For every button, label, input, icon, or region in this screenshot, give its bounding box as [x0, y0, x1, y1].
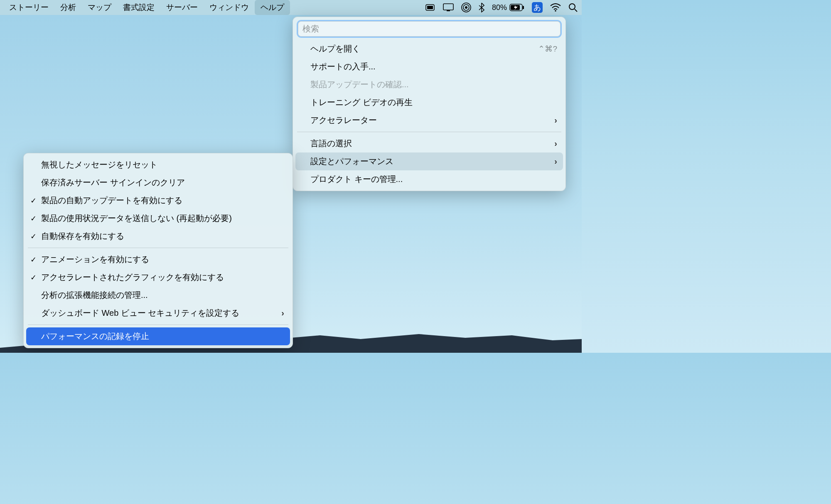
menu-item-label: 設定とパフォーマンス [310, 156, 393, 167]
battery-icon [509, 4, 524, 11]
menu-analysis[interactable]: 分析 [54, 0, 82, 15]
menu-help[interactable]: ヘルプ [255, 0, 290, 15]
menu-settings-performance[interactable]: 設定とパフォーマンス › [295, 152, 563, 170]
menu-training-videos[interactable]: トレーニング ビデオの再生 [295, 93, 563, 111]
chevron-right-icon: › [554, 116, 557, 125]
battery-percent-label: 80% [492, 3, 507, 12]
menu-format[interactable]: 書式設定 [117, 0, 160, 15]
menu-dashboard-webview-security[interactable]: ダッシュボード Web ビュー セキュリティを設定する › [26, 304, 290, 322]
chevron-right-icon: › [554, 139, 557, 148]
airdrop-icon[interactable] [461, 0, 471, 15]
svg-point-11 [569, 4, 575, 10]
menubar-app-menus: ストーリー 分析 マップ 書式設定 サーバー ウィンドウ ヘルプ [0, 0, 290, 15]
menu-reset-ignored-messages[interactable]: 無視したメッセージをリセット [26, 156, 290, 174]
menu-item-label: 分析の拡張機能接続の管理... [41, 290, 148, 301]
menu-stop-performance-recording[interactable]: パフォーマンスの記録を停止 [26, 327, 290, 345]
svg-point-10 [555, 10, 556, 12]
menu-item-label: 製品の使用状況データを送信しない (再起動が必要) [41, 213, 232, 224]
menu-item-label: アクセラレーター [310, 115, 377, 126]
svg-point-4 [465, 6, 467, 9]
menu-item-label: ダッシュボード Web ビュー セキュリティを設定する [41, 307, 239, 319]
menu-get-support[interactable]: サポートの入手... [295, 58, 563, 76]
menu-item-label: 製品の自動アップデートを有効にする [41, 195, 182, 206]
menu-item-label: 保存済みサーバー サインインのクリア [41, 177, 185, 188]
menu-item-label: トレーニング ビデオの再生 [310, 97, 413, 108]
checkmark-icon: ✓ [30, 255, 37, 264]
menu-accelerators[interactable]: アクセラレーター › [295, 111, 563, 129]
menu-item-label: アクセラレートされたグラフィックを有効にする [41, 272, 224, 283]
menu-story[interactable]: ストーリー [3, 0, 54, 15]
settings-performance-submenu: 無視したメッセージをリセット 保存済みサーバー サインインのクリア ✓ 製品の自… [23, 153, 293, 348]
checkmark-icon: ✓ [30, 232, 37, 241]
svg-rect-8 [523, 6, 524, 9]
wifi-icon[interactable] [550, 0, 561, 15]
menu-item-label: 無視したメッセージをリセット [41, 159, 157, 170]
menu-enable-autosave[interactable]: ✓ 自動保存を有効にする [26, 227, 290, 245]
menu-item-shortcut: ⌃⌘? [538, 44, 557, 54]
menubar: ストーリー 分析 マップ 書式設定 サーバー ウィンドウ ヘルプ 80% あ [0, 0, 582, 15]
menu-dont-send-usage[interactable]: ✓ 製品の使用状況データを送信しない (再起動が必要) [26, 209, 290, 227]
menu-open-help[interactable]: ヘルプを開く ⌃⌘? [295, 40, 563, 58]
menu-item-label: ヘルプを開く [310, 43, 360, 54]
bluetooth-icon[interactable] [479, 0, 484, 15]
checkmark-icon: ✓ [30, 273, 37, 282]
help-search-input[interactable] [298, 21, 561, 37]
menu-choose-language[interactable]: 言語の選択 › [295, 135, 563, 152]
menu-manage-analytics-extensions[interactable]: 分析の拡張機能接続の管理... [26, 286, 290, 304]
menu-divider [28, 248, 288, 248]
battery-menu-icon[interactable] [425, 0, 435, 15]
menu-window[interactable]: ウィンドウ [204, 0, 255, 15]
display-icon[interactable] [443, 0, 454, 15]
menu-clear-saved-signins[interactable]: 保存済みサーバー サインインのクリア [26, 174, 290, 192]
menu-map[interactable]: マップ [82, 0, 117, 15]
help-search-row [295, 20, 563, 40]
menu-enable-accelerated-graphics[interactable]: ✓ アクセラレートされたグラフィックを有効にする [26, 268, 290, 286]
menu-item-label: パフォーマンスの記録を停止 [41, 331, 149, 342]
menu-item-label: プロダクト キーの管理... [310, 174, 403, 185]
menu-item-label: 言語の選択 [310, 138, 352, 149]
menu-manage-product-keys[interactable]: プロダクト キーの管理... [295, 170, 563, 188]
menu-check-updates: 製品アップデートの確認... [295, 76, 563, 93]
menu-item-label: 製品アップデートの確認... [310, 79, 409, 90]
menu-server[interactable]: サーバー [160, 0, 204, 15]
chevron-right-icon: › [281, 308, 284, 318]
chevron-right-icon: › [554, 157, 557, 166]
checkmark-icon: ✓ [30, 196, 37, 205]
checkmark-icon: ✓ [30, 214, 37, 223]
svg-line-12 [575, 9, 577, 12]
battery-status[interactable]: 80% [492, 3, 524, 12]
ime-indicator[interactable]: あ [532, 2, 543, 13]
menu-enable-auto-update[interactable]: ✓ 製品の自動アップデートを有効にする [26, 192, 290, 209]
svg-rect-3 [447, 10, 450, 11]
help-dropdown: ヘルプを開く ⌃⌘? サポートの入手... 製品アップデートの確認... トレー… [293, 17, 566, 191]
menubar-status: 80% あ [425, 0, 582, 15]
menu-item-label: 自動保存を有効にする [41, 231, 124, 242]
menu-enable-animations[interactable]: ✓ アニメーションを有効にする [26, 251, 290, 268]
menu-item-label: アニメーションを有効にする [41, 254, 149, 265]
menu-divider [297, 132, 561, 132]
menu-divider [28, 325, 288, 325]
menu-item-label: サポートの入手... [310, 61, 376, 72]
svg-rect-1 [427, 6, 433, 9]
svg-rect-2 [443, 4, 453, 10]
spotlight-icon[interactable] [568, 0, 578, 15]
